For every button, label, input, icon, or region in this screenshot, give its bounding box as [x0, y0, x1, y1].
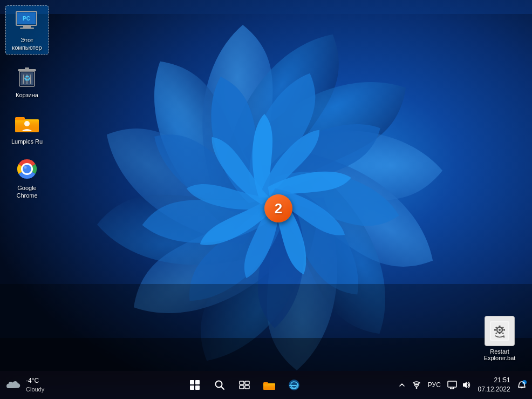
recycle-bin-icon: ♻	[14, 63, 40, 89]
tray-display[interactable]	[447, 380, 457, 390]
language-indicator[interactable]: РУС	[426, 380, 443, 390]
svg-rect-38	[240, 381, 244, 384]
weather-temp: -4°C	[26, 377, 44, 386]
clock-time: 21:51	[494, 376, 510, 385]
restart-explorer-label: Restart Explorer.bat	[478, 348, 521, 361]
svg-rect-28	[499, 333, 501, 334]
taskbar-center	[92, 374, 397, 396]
weather-condition: Cloudy	[26, 386, 44, 393]
desktop-icon-google-chrome[interactable]: Google Chrome	[5, 154, 49, 202]
svg-rect-30	[503, 329, 505, 331]
step-number-badge: 2	[264, 194, 292, 222]
start-button[interactable]	[184, 374, 206, 396]
taskbar-right: РУС 21:51 07.12	[397, 375, 527, 395]
windows-logo-icon	[190, 380, 200, 390]
recycle-bin-label: Корзина	[16, 91, 38, 99]
svg-rect-11	[25, 67, 29, 69]
weather-widget[interactable]: -4°C Cloudy	[5, 377, 44, 393]
volume-icon	[461, 381, 471, 389]
lumpics-folder-icon	[14, 110, 40, 136]
notifications-icon: !	[517, 380, 527, 390]
desktop-icon-recycle-bin[interactable]: ♻ Корзина	[5, 61, 49, 101]
weather-text: -4°C Cloudy	[26, 377, 44, 393]
svg-line-37	[221, 387, 224, 389]
edge-icon	[288, 379, 300, 391]
svg-rect-10	[18, 69, 36, 71]
chrome-icon	[14, 156, 40, 182]
svg-marker-51	[463, 382, 467, 388]
tray-volume[interactable]	[461, 380, 471, 390]
this-computer-label: Этот компьютер	[8, 36, 46, 52]
file-explorer-button[interactable]	[258, 374, 280, 396]
svg-point-26	[499, 329, 501, 331]
clock-date: 07.12.2022	[478, 385, 510, 394]
taskbar-left: -4°C Cloudy	[5, 377, 92, 393]
desktop: PC Этот компьютер	[0, 0, 532, 399]
svg-rect-29	[494, 329, 496, 331]
desktop-icon-lumpics-ru[interactable]: Lumpics Ru	[5, 107, 49, 147]
restart-explorer-icon	[485, 316, 515, 346]
desktop-icons: PC Этот компьютер	[5, 5, 49, 202]
tray-chevron[interactable]	[397, 380, 407, 390]
svg-rect-40	[240, 386, 244, 389]
search-button[interactable]	[209, 374, 230, 396]
taskview-button[interactable]	[234, 374, 255, 396]
lumpics-ru-label: Lumpics Ru	[11, 138, 43, 145]
svg-point-21	[23, 165, 31, 173]
svg-rect-5	[23, 25, 31, 28]
chevron-up-icon	[399, 382, 405, 388]
network-icon	[412, 381, 421, 389]
display-icon	[447, 381, 457, 389]
desktop-icon-restart-explorer[interactable]: Restart Explorer.bat	[478, 316, 521, 361]
edge-button[interactable]	[283, 374, 305, 396]
wallpaper	[0, 0, 532, 399]
desktop-icon-this-computer[interactable]: PC Этот компьютер	[5, 5, 49, 55]
svg-rect-47	[448, 381, 456, 387]
clock-display[interactable]: 21:51 07.12.2022	[476, 375, 513, 395]
file-explorer-icon	[263, 380, 276, 390]
tray-network[interactable]	[411, 380, 421, 390]
weather-cloud-icon	[5, 378, 23, 391]
svg-text:PC: PC	[23, 16, 30, 22]
svg-text:♻: ♻	[24, 74, 31, 83]
svg-rect-27	[499, 326, 501, 327]
svg-rect-6	[20, 28, 34, 29]
search-icon	[214, 380, 225, 390]
svg-point-19	[24, 121, 30, 126]
svg-rect-18	[15, 117, 25, 120]
svg-rect-41	[245, 386, 249, 389]
google-chrome-label: Google Chrome	[8, 184, 46, 200]
notifications-button[interactable]: !	[517, 380, 527, 390]
svg-rect-39	[245, 381, 249, 384]
computer-icon: PC	[14, 8, 40, 34]
svg-point-22	[24, 166, 27, 169]
svg-rect-44	[263, 382, 268, 384]
taskbar: -4°C Cloudy	[0, 371, 532, 399]
taskview-icon	[239, 380, 250, 390]
svg-point-46	[415, 387, 417, 389]
